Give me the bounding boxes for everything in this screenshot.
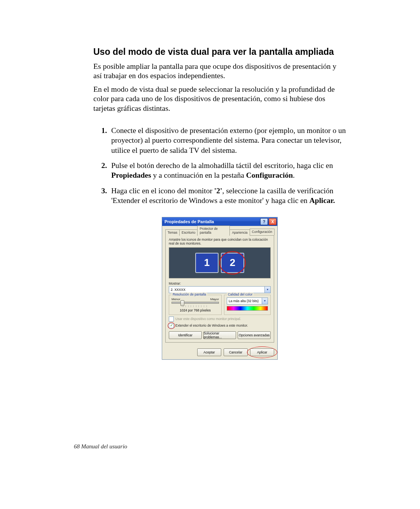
monitor-1[interactable]: 1 xyxy=(195,253,219,273)
tab-temas[interactable]: Temas xyxy=(165,229,180,236)
color-legend: Calidad del color xyxy=(227,292,254,296)
monitor-2[interactable]: 2 xyxy=(221,253,244,273)
color-preview-bar xyxy=(227,306,268,311)
extend-desktop-checkbox-row[interactable]: ✓ Extender el escritorio de Windows a es… xyxy=(169,323,271,328)
step-2-text-a: Pulse el botón derecho de la almohadilla… xyxy=(111,161,333,170)
step-3: Haga clic en el icono del monitor '2', s… xyxy=(109,186,346,206)
extend-checkbox-label: Extender el escritorio de Windows a este… xyxy=(175,324,248,327)
identify-button[interactable]: Identificar xyxy=(169,331,202,339)
advanced-options-button[interactable]: Opciones avanzadas xyxy=(238,331,271,339)
close-button[interactable]: X xyxy=(269,218,276,225)
dialog-body: Temas Escritorio Protector de pantalla A… xyxy=(162,226,277,346)
step-2-bold-2: Configuración xyxy=(246,171,293,179)
monitor-2-label: 2 xyxy=(230,257,235,269)
monitor-1-label: 1 xyxy=(204,257,210,269)
resolution-value-text: 1024 por 768 píxeles xyxy=(172,308,219,312)
tab-configuracion[interactable]: Configuración xyxy=(250,229,275,235)
step-1: Conecte el dispositivo de presentación e… xyxy=(109,126,346,155)
page-footer: 68 Manual del usuario xyxy=(74,443,127,450)
section-heading: Uso del modo de vista dual para ver la p… xyxy=(93,47,346,57)
extend-checkbox[interactable]: ✓ xyxy=(169,323,174,328)
tab-protector[interactable]: Protector de pantalla xyxy=(197,226,230,236)
display-selector-value: 2. XXXXX xyxy=(171,288,186,292)
cancel-button[interactable]: Cancelar xyxy=(224,348,248,356)
manual-page: Uso del modo de vista dual para ver la p… xyxy=(0,0,420,509)
slider-thumb[interactable] xyxy=(180,300,184,306)
step-2-text-c: . xyxy=(293,171,295,179)
footer-label: Manual del usuario xyxy=(81,443,127,450)
primary-checkbox-label: Usar este dispositivo como monitor princ… xyxy=(175,317,241,321)
dialog-tabs: Temas Escritorio Protector de pantalla A… xyxy=(165,228,274,236)
resolution-legend: Resolución de pantalla xyxy=(172,292,207,296)
resolution-slider[interactable] xyxy=(172,302,219,304)
color-quality-value: La más alta (32 bits) xyxy=(229,299,259,303)
slider-ticks: | | | | | | | | | | xyxy=(172,305,219,307)
color-quality-dropdown[interactable]: La más alta (32 bits) ▼ xyxy=(227,297,268,304)
dialog-title: Propiedades de Pantalla xyxy=(164,219,259,224)
intro-paragraph-2: En el modo de vista dual se puede selecc… xyxy=(93,85,346,113)
resolution-fieldset: Resolución de pantalla Menor Mayor | | |… xyxy=(169,295,222,315)
slider-min-label: Menor xyxy=(172,297,180,301)
step-3-text-a: Haga clic en el icono del monitor xyxy=(111,187,214,195)
chevron-down-icon: ▼ xyxy=(262,298,268,304)
step-2: Pulse el botón derecho de la almohadilla… xyxy=(109,161,346,180)
primary-checkbox xyxy=(169,317,174,322)
chevron-down-icon: ▼ xyxy=(264,287,270,293)
color-quality-fieldset: Calidad del color La más alta (32 bits) … xyxy=(224,295,271,315)
tab-apariencia[interactable]: Apariencia xyxy=(229,229,250,236)
steps-list: Conecte el dispositivo de presentación e… xyxy=(93,126,346,205)
step-2-text-b: y a continuación en la pestaña xyxy=(151,171,246,179)
use-as-primary-checkbox-row: Usar este dispositivo como monitor princ… xyxy=(169,317,271,322)
tab-escritorio[interactable]: Escritorio xyxy=(179,229,198,236)
mostrar-label: Mostrar: xyxy=(169,282,271,285)
display-properties-dialog: Propiedades de Pantalla ? X Temas Escrit… xyxy=(162,217,278,360)
step-3-bold-1: '2' xyxy=(214,187,222,195)
troubleshoot-button[interactable]: Solucionar problemas... xyxy=(203,331,236,339)
page-number: 68 xyxy=(74,443,80,450)
monitors-preview[interactable]: 1 2 xyxy=(169,247,271,278)
tab-panel-configuracion: Arrastre los iconos de monitor para que … xyxy=(165,236,274,343)
step-3-bold-2: Aplicar. xyxy=(309,196,335,205)
help-button[interactable]: ? xyxy=(260,218,268,225)
step-2-bold-1: Propiedades xyxy=(111,171,151,179)
slider-max-label: Mayor xyxy=(210,297,219,301)
intro-paragraph-1: Es posible ampliar la pantalla para que … xyxy=(93,62,346,81)
dialog-titlebar[interactable]: Propiedades de Pantalla ? X xyxy=(162,217,277,226)
dialog-figure: Propiedades de Pantalla ? X Temas Escrit… xyxy=(93,217,346,360)
apply-button[interactable]: Aplicar xyxy=(250,348,274,356)
drag-instruction-text: Arrastre los iconos de monitor para que … xyxy=(169,238,271,246)
dialog-action-row: Aceptar Cancelar Aplicar xyxy=(162,346,277,359)
ok-button[interactable]: Aceptar xyxy=(197,348,221,356)
